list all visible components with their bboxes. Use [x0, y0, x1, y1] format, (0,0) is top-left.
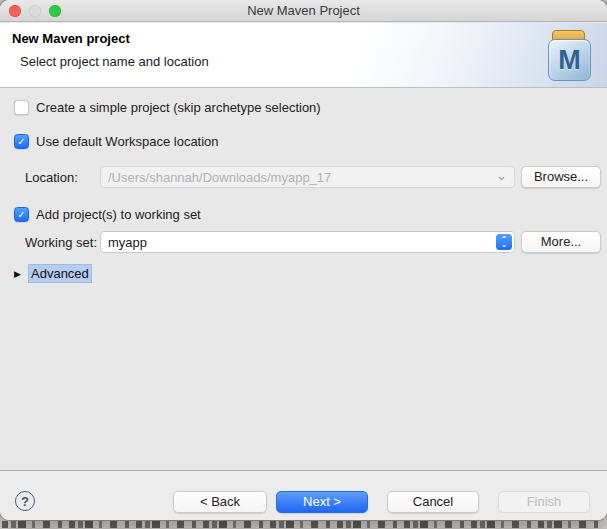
- wizard-header: New Maven project Select project name an…: [0, 23, 607, 88]
- help-button[interactable]: ?: [15, 491, 35, 511]
- minimize-button: [29, 5, 41, 17]
- working-set-input[interactable]: [108, 232, 490, 252]
- maven-badge-icon: M: [548, 39, 591, 81]
- advanced-toggle[interactable]: Advanced: [29, 265, 91, 282]
- simple-project-label: Create a simple project (skip archetype …: [36, 100, 321, 115]
- location-input: [108, 167, 490, 187]
- cancel-button[interactable]: Cancel: [387, 491, 479, 513]
- maven-project-icon: M: [548, 30, 591, 81]
- default-location-checkbox[interactable]: ✓: [14, 134, 29, 149]
- title-bar: New Maven Project: [0, 0, 607, 22]
- background-blurred-text: [2, 521, 605, 528]
- maven-letter: M: [558, 45, 581, 76]
- more-button[interactable]: More...: [521, 231, 601, 253]
- simple-project-checkbox[interactable]: ✓: [14, 100, 29, 115]
- check-icon: ✓: [17, 136, 25, 147]
- close-button[interactable]: [9, 5, 21, 17]
- page-title: New Maven project: [12, 31, 130, 46]
- working-set-combo[interactable]: ⌃ ⌄: [100, 231, 515, 253]
- working-set-checkbox[interactable]: ✓: [14, 207, 29, 222]
- back-button[interactable]: < Back: [173, 491, 267, 513]
- location-combo: ⌄: [100, 166, 515, 188]
- browse-button[interactable]: Browse...: [521, 166, 601, 188]
- working-set-enable-label: Add project(s) to working set: [36, 207, 201, 222]
- new-maven-project-dialog: New Maven Project New Maven project Sele…: [0, 0, 607, 520]
- popup-stepper-icon[interactable]: ⌃ ⌄: [496, 234, 512, 250]
- screen: New Maven Project New Maven project Sele…: [0, 0, 607, 529]
- location-label: Location:: [25, 170, 78, 185]
- chevron-down-icon: ⌄: [496, 168, 507, 183]
- default-location-label: Use default Workspace location: [36, 134, 219, 149]
- disclosure-triangle-icon[interactable]: ▶: [14, 269, 21, 279]
- check-icon: ✓: [17, 209, 25, 220]
- finish-button[interactable]: Finish: [498, 491, 590, 513]
- next-button[interactable]: Next >: [276, 491, 368, 513]
- page-subtitle: Select project name and location: [20, 54, 209, 69]
- check-icon: ✓: [17, 102, 25, 113]
- stepper-down-icon: ⌄: [501, 242, 508, 247]
- zoom-button[interactable]: [49, 5, 61, 17]
- button-bar: ? < Back Next > Cancel Finish: [0, 470, 607, 520]
- traffic-lights: [9, 5, 61, 17]
- working-set-label: Working set:: [25, 235, 97, 250]
- window-title: New Maven Project: [247, 3, 360, 18]
